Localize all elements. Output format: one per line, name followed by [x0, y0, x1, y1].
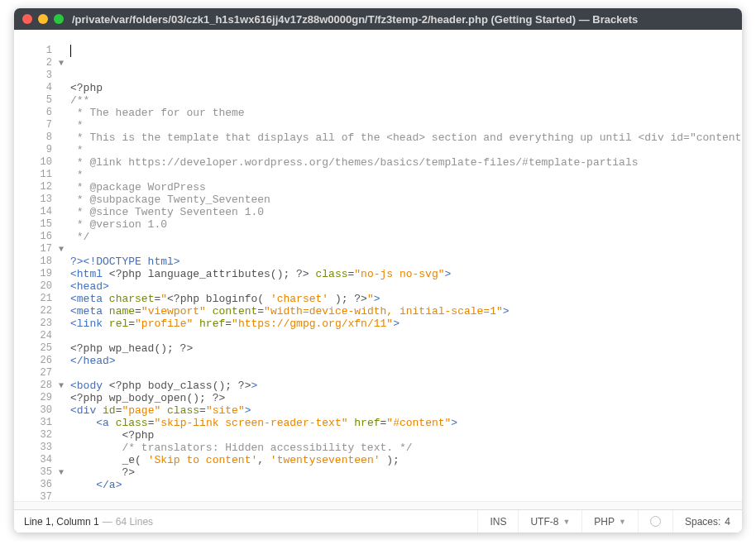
line-number[interactable]: 9 [14, 144, 55, 156]
lint-status[interactable] [638, 510, 672, 533]
code-area[interactable]: <?php/** * The header for our theme * * … [59, 30, 742, 501]
code-line[interactable]: */ [70, 231, 742, 243]
code-line[interactable]: <html <?php language_attributes(); ?> cl… [70, 268, 742, 280]
line-number[interactable]: 13 [14, 193, 55, 206]
line-number[interactable]: 16 [14, 231, 55, 243]
code-line[interactable]: ?><!DOCTYPE html> [70, 256, 742, 268]
code-line[interactable]: * [70, 144, 742, 156]
line-number[interactable]: 34 [14, 454, 55, 466]
code-line[interactable]: <meta charset="<?php bloginfo( 'charset'… [70, 293, 742, 305]
line-number[interactable]: 30 [14, 404, 55, 417]
line-number[interactable]: 6 [14, 107, 55, 119]
chevron-down-icon: ▼ [619, 518, 626, 526]
code-line[interactable]: * @since Twenty Seventeen 1.0 [70, 206, 742, 218]
traffic-lights [22, 14, 64, 24]
line-number[interactable]: 32 [14, 429, 55, 442]
line-number[interactable]: 21 [14, 293, 55, 305]
code-line[interactable]: <body <?php body_class(); ?>> [70, 380, 742, 392]
encoding-selector[interactable]: UTF-8 ▼ [518, 510, 581, 533]
line-number[interactable]: 29 [14, 392, 55, 404]
code-line[interactable]: </head> [70, 355, 742, 367]
line-number[interactable]: 20 [14, 280, 55, 293]
line-number[interactable]: 33 [14, 442, 55, 454]
language-selector[interactable]: PHP ▼ [581, 510, 638, 533]
status-divider: — [103, 516, 112, 528]
close-icon[interactable] [22, 14, 32, 24]
code-line[interactable]: * @package WordPress [70, 181, 742, 193]
minimize-icon[interactable] [38, 14, 48, 24]
code-line[interactable]: * @link https://developer.wordpress.org/… [70, 156, 742, 169]
line-number[interactable]: 1 [14, 45, 55, 57]
line-number[interactable]: 18 [14, 256, 55, 268]
spaces-label: Spaces: [685, 516, 720, 528]
line-number[interactable]: 7 [14, 119, 55, 131]
line-number[interactable]: 12 [14, 181, 55, 193]
line-number[interactable]: 35▼ [14, 466, 55, 479]
window-title: /private/var/folders/03/czk1_h1s1wx616jj… [72, 13, 734, 26]
code-line[interactable]: * @version 1.0 [70, 218, 742, 231]
line-number[interactable]: 22 [14, 305, 55, 318]
line-number[interactable]: 8 [14, 131, 55, 144]
line-number[interactable]: 36 [14, 479, 55, 491]
code-line[interactable]: <div id="page" class="site"> [70, 404, 742, 417]
line-number[interactable]: 31 [14, 417, 55, 429]
code-line[interactable]: <?php [70, 429, 742, 442]
code-line[interactable] [70, 243, 742, 256]
cursor-position-text: Line 1, Column 1 [24, 516, 99, 528]
zoom-icon[interactable] [54, 14, 64, 24]
insert-mode-label: INS [490, 516, 506, 528]
code-line[interactable]: <?php wp_head(); ?> [70, 342, 742, 355]
total-lines: 64 Lines [116, 516, 153, 528]
code-line[interactable]: <?php wp_body_open(); ?> [70, 392, 742, 404]
code-line[interactable] [70, 330, 742, 342]
line-number[interactable]: 10 [14, 156, 55, 169]
status-bar: Line 1, Column 1 — 64 Lines INS UTF-8 ▼ … [14, 509, 742, 533]
language-label: PHP [594, 516, 615, 528]
code-line[interactable]: /** [70, 94, 742, 107]
code-line[interactable]: <head> [70, 280, 742, 293]
line-number[interactable]: 37 [14, 491, 55, 501]
code-editor[interactable]: 12▼34567891011121314151617▼1819202122232… [14, 30, 742, 501]
cursor-position[interactable]: Line 1, Column 1 — 64 Lines [14, 510, 163, 533]
line-number[interactable]: 17▼ [14, 243, 55, 256]
horizontal-scrollbar[interactable] [14, 501, 742, 509]
code-line[interactable] [70, 491, 742, 501]
circle-icon [650, 516, 661, 527]
code-line[interactable]: * This is the template that displays all… [70, 131, 742, 144]
line-number[interactable]: 28▼ [14, 380, 55, 392]
line-number[interactable]: 19 [14, 268, 55, 280]
line-number[interactable]: 14 [14, 206, 55, 218]
chevron-down-icon: ▼ [562, 518, 570, 526]
line-number[interactable]: 4 [14, 82, 55, 94]
line-number-gutter[interactable]: 12▼34567891011121314151617▼1819202122232… [14, 30, 59, 501]
code-line[interactable]: * @subpackage Twenty_Seventeen [70, 193, 742, 206]
code-line[interactable] [70, 367, 742, 380]
code-line[interactable]: /* translators: Hidden accessibility tex… [70, 442, 742, 454]
code-line[interactable]: </a> [70, 479, 742, 491]
code-line[interactable]: * The header for our theme [70, 107, 742, 119]
line-number[interactable]: 5 [14, 94, 55, 107]
line-number[interactable]: 3 [14, 69, 55, 82]
code-line[interactable]: <a class="skip-link screen-reader-text" … [70, 417, 742, 429]
line-number[interactable]: 27 [14, 367, 55, 380]
code-line[interactable]: <link rel="profile" href="https://gmpg.o… [70, 318, 742, 330]
encoding-label: UTF-8 [530, 516, 558, 528]
indentation-selector[interactable]: Spaces: 4 [672, 510, 742, 533]
line-number[interactable]: 11 [14, 169, 55, 181]
line-number[interactable]: 23 [14, 318, 55, 330]
insert-mode-toggle[interactable]: INS [477, 510, 518, 533]
code-line[interactable]: <?php [70, 82, 742, 94]
code-line[interactable]: <meta name="viewport" content="width=dev… [70, 305, 742, 318]
code-line[interactable]: _e( 'Skip to content', 'twentyseventeen'… [70, 454, 742, 466]
line-number[interactable]: 15 [14, 218, 55, 231]
code-line[interactable]: * [70, 169, 742, 181]
code-line[interactable]: ?> [70, 466, 742, 479]
line-number[interactable]: 26 [14, 355, 55, 367]
code-line[interactable]: * [70, 119, 742, 131]
line-number[interactable]: 2▼ [14, 57, 55, 69]
text-cursor [70, 45, 71, 57]
window-titlebar[interactable]: /private/var/folders/03/czk1_h1s1wx616jj… [14, 8, 742, 30]
line-number[interactable]: 25 [14, 342, 55, 355]
line-number[interactable]: 24 [14, 330, 55, 342]
spaces-value: 4 [725, 516, 730, 528]
